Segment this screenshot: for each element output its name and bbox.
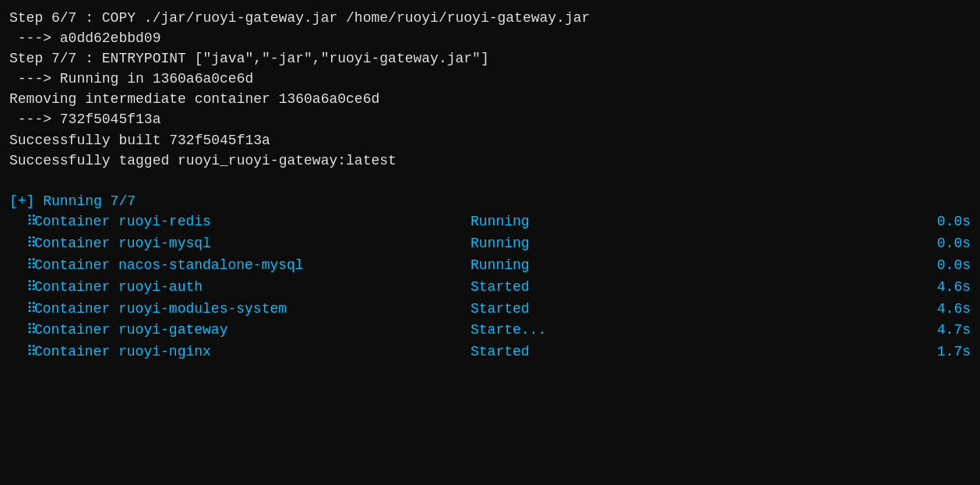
build-line-7: Successfully built 732f5045f13a <box>9 130 971 150</box>
container-row-redis: ⠿ Container ruoyi-redis Running 0.0s <box>9 211 971 233</box>
row-prefix: ⠿ <box>9 255 34 277</box>
container-status: Running <box>471 211 580 233</box>
terminal: Step 6/7 : COPY ./jar/ruoyi-gateway.jar … <box>9 8 971 485</box>
build-line-8: Successfully tagged ruoyi_ruoyi-gateway:… <box>9 150 971 171</box>
container-row-mysql: ⠿ Container ruoyi-mysql Running 0.0s <box>9 233 971 255</box>
row-prefix: ⠿ <box>9 320 34 342</box>
container-name: Container ruoyi-modules-system <box>34 299 471 320</box>
container-name: Container ruoyi-nginx <box>34 342 471 363</box>
container-status: Started <box>471 277 580 299</box>
container-name: Container ruoyi-auth <box>34 277 471 299</box>
container-name: Container ruoyi-redis <box>34 211 471 233</box>
container-row-nginx: ⠿ Container ruoyi-nginx Started 1.7s <box>9 342 971 363</box>
container-row-nacos: ⠿ Container nacos-standalone-mysql Runni… <box>9 255 971 277</box>
container-time: 4.6s <box>924 277 971 299</box>
running-header: [+] Running 7/7 <box>9 191 971 211</box>
container-row-modules-system: ⠿ Container ruoyi-modules-system Started… <box>9 299 971 320</box>
container-time: 0.0s <box>924 255 971 277</box>
build-line-4: ---> Running in 1360a6a0ce6d <box>9 69 971 89</box>
container-status: Started <box>471 342 580 363</box>
container-status: Starte... <box>471 320 580 342</box>
build-line-5: Removing intermediate container 1360a6a0… <box>9 89 971 109</box>
container-time: 4.6s <box>924 299 971 320</box>
container-row-auth: ⠿ Container ruoyi-auth Started 4.6s <box>9 277 971 299</box>
container-name: Container nacos-standalone-mysql <box>34 255 471 277</box>
container-time: 0.0s <box>924 211 971 233</box>
container-name: Container ruoyi-mysql <box>34 233 471 255</box>
container-status: Running <box>471 233 580 255</box>
row-prefix: ⠿ <box>9 233 34 255</box>
container-time: 0.0s <box>924 233 971 255</box>
row-prefix: ⠿ <box>9 277 34 299</box>
build-line-1: Step 6/7 : COPY ./jar/ruoyi-gateway.jar … <box>9 8 971 28</box>
container-status: Running <box>471 255 580 277</box>
container-row-gateway: ⠿ Container ruoyi-gateway Starte... 4.7s <box>9 320 971 342</box>
build-line-6: ---> 732f5045f13a <box>9 109 971 129</box>
row-prefix: ⠿ <box>9 299 34 320</box>
container-status: Started <box>471 299 580 320</box>
container-time: 1.7s <box>924 342 971 363</box>
row-prefix: ⠿ <box>9 211 34 233</box>
row-prefix: ⠿ <box>9 342 34 363</box>
container-name: Container ruoyi-gateway <box>34 320 471 342</box>
build-line-3: Step 7/7 : ENTRYPOINT ["java","-jar","ru… <box>9 48 971 69</box>
container-time: 4.7s <box>924 320 971 342</box>
build-line-2: ---> a0dd62ebbd09 <box>9 28 971 48</box>
